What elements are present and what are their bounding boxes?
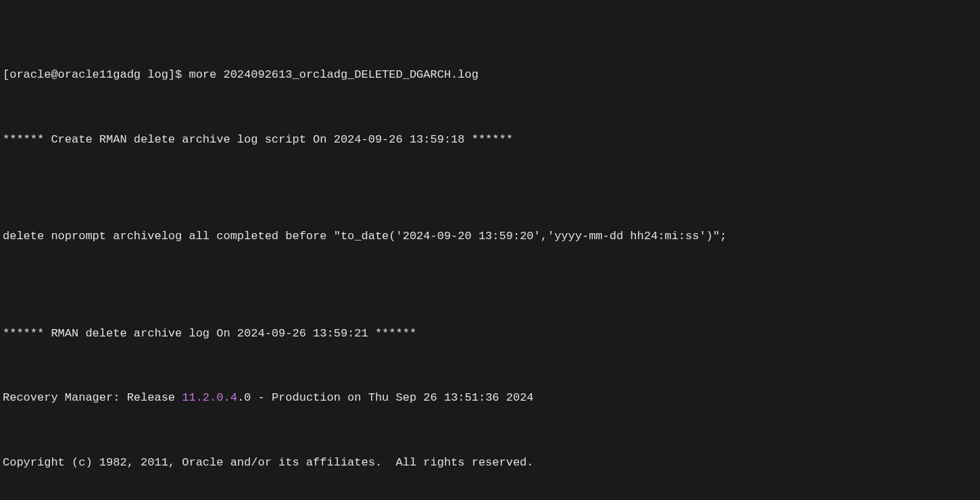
blank-line (3, 422, 977, 439)
blank-line (3, 261, 977, 277)
script-header-1: ****** Create RMAN delete archive log sc… (3, 132, 977, 148)
terminal-output: [oracle@oracle11gadg log]$ more 20240926… (3, 67, 977, 83)
cmd-string: "to_date('2024-09-20 13:59:20','yyyy-mm-… (334, 230, 727, 243)
blank-line (3, 196, 977, 212)
rm-suffix: .0 - Production on Thu Sep 26 13:51:36 2… (237, 391, 534, 404)
recovery-manager-line: Recovery Manager: Release 11.2.0.4.0 - P… (3, 390, 977, 406)
blank-line (3, 487, 977, 500)
cmd-prefix: delete noprompt archivelog all completed… (3, 230, 334, 243)
delete-command-1: delete noprompt archivelog all completed… (3, 228, 977, 245)
blank-line (3, 99, 977, 116)
blank-line (3, 293, 977, 309)
rm-version: 11.2.0.4 (182, 391, 237, 404)
shell-prompt: [oracle@oracle11gadg log]$ (3, 68, 189, 81)
blank-line (3, 164, 977, 180)
blank-line (3, 357, 977, 374)
rm-prefix: Recovery Manager: Release (3, 391, 182, 404)
shell-command: more 2024092613_orcladg_DELETED_DGARCH.l… (189, 68, 478, 81)
script-header-2: ****** RMAN delete archive log On 2024-0… (3, 326, 977, 342)
copyright-line: Copyright (c) 1982, 2011, Oracle and/or … (3, 455, 977, 471)
